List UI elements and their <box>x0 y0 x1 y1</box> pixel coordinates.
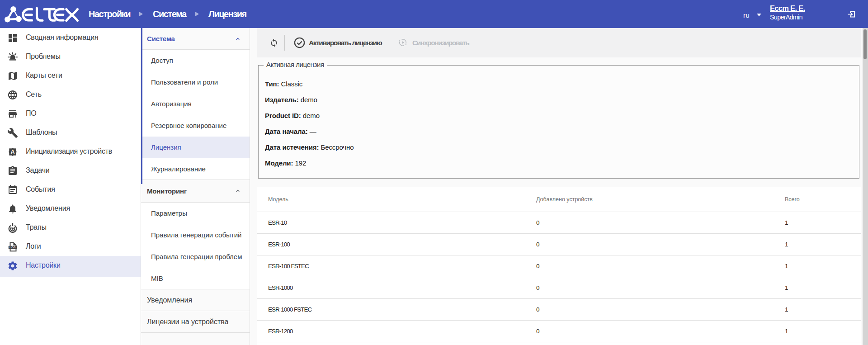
svg-text:LOG: LOG <box>9 246 15 249</box>
svg-text:A: A <box>10 149 14 155</box>
